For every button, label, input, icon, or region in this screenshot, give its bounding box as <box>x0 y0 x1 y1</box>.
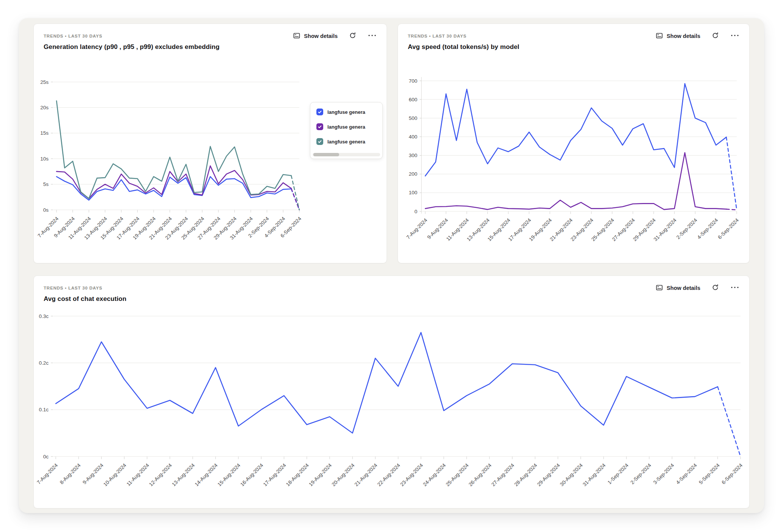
svg-text:0.1c: 0.1c <box>39 407 49 412</box>
svg-text:30-Aug-2024: 30-Aug-2024 <box>559 462 584 487</box>
svg-text:8-Aug-2024: 8-Aug-2024 <box>59 462 82 485</box>
check-icon <box>318 110 322 114</box>
svg-text:0.3c: 0.3c <box>39 313 49 319</box>
refresh-icon <box>349 32 356 40</box>
menu-button[interactable] <box>368 32 377 40</box>
svg-text:100: 100 <box>409 190 417 195</box>
show-details-button[interactable]: Show details <box>656 32 700 41</box>
legend-scrollbar-thumb[interactable] <box>313 153 339 156</box>
svg-text:12-Aug-2024: 12-Aug-2024 <box>148 462 173 487</box>
dashboard-surface: TRENDS • LAST 30 DAYS Show details Gener… <box>19 18 764 513</box>
svg-text:4-Sep-2024: 4-Sep-2024 <box>675 462 698 485</box>
svg-text:22-Aug-2024: 22-Aug-2024 <box>376 462 401 487</box>
svg-text:300: 300 <box>409 153 417 158</box>
svg-text:29-Aug-2024: 29-Aug-2024 <box>536 462 561 487</box>
svg-text:500: 500 <box>409 115 417 121</box>
svg-text:7-Aug-2024: 7-Aug-2024 <box>36 462 59 485</box>
panel-avg-cost: TRENDS • LAST 30 DAYS Show details Avg c… <box>33 275 750 508</box>
svg-text:27-Aug-2024: 27-Aug-2024 <box>491 462 516 487</box>
panel-eyebrow: TRENDS • LAST 30 DAYS <box>408 34 467 38</box>
check-icon <box>318 124 322 129</box>
svg-text:11-Aug-2024: 11-Aug-2024 <box>126 462 150 487</box>
svg-text:15-Aug-2024: 15-Aug-2024 <box>217 462 242 487</box>
latency-chart: 0s5s10s15s20s25s7-Aug-20249-Aug-202411-A… <box>34 60 387 263</box>
svg-text:10s: 10s <box>40 156 49 162</box>
svg-text:0s: 0s <box>43 207 49 213</box>
card-icon <box>656 284 663 293</box>
svg-text:18-Aug-2024: 18-Aug-2024 <box>285 462 310 487</box>
menu-button[interactable] <box>730 32 739 40</box>
show-details-button[interactable]: Show details <box>293 32 338 41</box>
legend-scrollbar[interactable] <box>313 153 380 156</box>
svg-text:3-Sep-2024: 3-Sep-2024 <box>652 462 675 485</box>
panel-title: Avg speed (total tokens/s) by model <box>408 43 739 51</box>
svg-text:17-Aug-2024: 17-Aug-2024 <box>262 462 287 487</box>
panel-eyebrow: TRENDS • LAST 30 DAYS <box>44 34 102 38</box>
svg-text:5s: 5s <box>43 181 49 187</box>
chart-legend: langfuse generalangfuse generalangfuse g… <box>310 102 383 159</box>
svg-text:400: 400 <box>409 134 417 140</box>
svg-text:4-Sep-2024: 4-Sep-2024 <box>696 217 719 240</box>
legend-item[interactable]: langfuse genera <box>316 138 376 145</box>
svg-text:2-Sep-2024: 2-Sep-2024 <box>629 462 652 485</box>
svg-text:600: 600 <box>409 97 417 102</box>
svg-text:0.2c: 0.2c <box>39 360 49 366</box>
show-details-button[interactable]: Show details <box>656 284 700 293</box>
ellipsis-icon <box>730 284 739 292</box>
legend-item-label: langfuse genera <box>327 109 365 115</box>
refresh-button[interactable] <box>349 32 356 40</box>
svg-text:25-Aug-2024: 25-Aug-2024 <box>445 462 470 487</box>
svg-text:19-Aug-2024: 19-Aug-2024 <box>308 462 333 487</box>
svg-text:9-Aug-2024: 9-Aug-2024 <box>426 217 449 240</box>
svg-text:24-Aug-2024: 24-Aug-2024 <box>422 462 447 487</box>
series-checkbox[interactable] <box>316 138 323 145</box>
legend-item[interactable]: langfuse genera <box>316 123 376 130</box>
panel-generation-latency: TRENDS • LAST 30 DAYS Show details Gener… <box>33 24 387 263</box>
refresh-icon <box>712 284 719 292</box>
svg-text:5-Sep-2024: 5-Sep-2024 <box>698 462 721 485</box>
svg-text:20-Aug-2024: 20-Aug-2024 <box>331 462 356 487</box>
show-details-label: Show details <box>667 285 700 291</box>
show-details-label: Show details <box>667 33 700 39</box>
svg-text:14-Aug-2024: 14-Aug-2024 <box>194 462 219 487</box>
refresh-button[interactable] <box>712 32 719 40</box>
speed-chart: 01002003004005006007007-Aug-20249-Aug-20… <box>398 60 750 263</box>
svg-text:26-Aug-2024: 26-Aug-2024 <box>468 462 493 487</box>
svg-text:0: 0 <box>414 209 417 214</box>
svg-text:28-Aug-2024: 28-Aug-2024 <box>513 462 538 487</box>
svg-text:700: 700 <box>409 78 417 84</box>
svg-text:200: 200 <box>409 171 417 177</box>
series-checkbox[interactable] <box>316 109 323 115</box>
legend-item-label: langfuse genera <box>327 124 365 130</box>
svg-text:20s: 20s <box>40 105 49 110</box>
panel-header: TRENDS • LAST 30 DAYS Show details Avg s… <box>398 24 749 51</box>
menu-button[interactable] <box>730 284 739 292</box>
svg-text:21-Aug-2024: 21-Aug-2024 <box>354 462 379 487</box>
svg-text:2-Sep-2024: 2-Sep-2024 <box>675 217 698 240</box>
panel-header: TRENDS • LAST 30 DAYS Show details Avg c… <box>34 276 749 303</box>
series-checkbox[interactable] <box>316 123 323 130</box>
panel-title: Generation latency (p90 , p95 , p99) exc… <box>44 43 377 51</box>
svg-text:10-Aug-2024: 10-Aug-2024 <box>102 462 127 487</box>
panel-avg-speed: TRENDS • LAST 30 DAYS Show details Avg s… <box>398 24 750 263</box>
card-icon <box>656 32 663 41</box>
svg-text:9-Aug-2024: 9-Aug-2024 <box>82 462 105 485</box>
svg-text:6-Sep-2024: 6-Sep-2024 <box>717 217 740 240</box>
refresh-icon <box>712 32 719 40</box>
svg-text:25s: 25s <box>40 79 49 85</box>
panel-title: Avg cost of chat execution <box>44 295 739 303</box>
svg-text:13-Aug-2024: 13-Aug-2024 <box>171 462 196 487</box>
ellipsis-icon <box>730 32 739 40</box>
svg-text:15s: 15s <box>40 130 49 136</box>
refresh-button[interactable] <box>712 284 719 292</box>
show-details-label: Show details <box>304 33 338 39</box>
svg-text:6-Sep-2024: 6-Sep-2024 <box>721 462 744 485</box>
card-icon <box>293 32 300 41</box>
svg-text:7-Aug-2024: 7-Aug-2024 <box>406 217 429 240</box>
svg-text:0c: 0c <box>43 454 49 460</box>
legend-item[interactable]: langfuse genera <box>316 109 376 115</box>
panel-header: TRENDS • LAST 30 DAYS Show details Gener… <box>34 24 387 51</box>
check-icon <box>318 139 322 144</box>
svg-text:23-Aug-2024: 23-Aug-2024 <box>399 462 424 487</box>
svg-text:1-Sep-2024: 1-Sep-2024 <box>607 462 630 485</box>
